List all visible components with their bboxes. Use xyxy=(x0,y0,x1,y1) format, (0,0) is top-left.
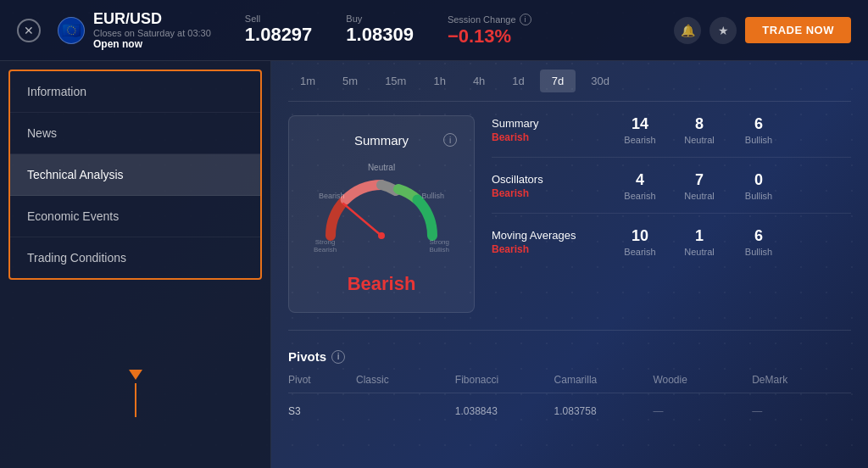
tab-5m[interactable]: 5m xyxy=(331,70,370,92)
session-change-block: Session Change i −0.13% xyxy=(448,14,531,47)
arrow-head-icon xyxy=(129,370,142,380)
gauge-label-strong-bullish: StrongBullish xyxy=(429,238,449,254)
stat-signal-moving-averages: Bearish xyxy=(492,243,610,255)
stats-row-oscillators: Oscillators Bearish 4 Bearish 7 Neutral xyxy=(492,171,851,214)
tab-15m[interactable]: 15m xyxy=(373,70,418,92)
gauge-label-bullish: Bullish xyxy=(421,192,444,200)
pivot-fibonacci-s3: 1.038843 xyxy=(455,405,554,417)
main-content: Information News Technical Analysis Econ… xyxy=(0,61,868,468)
tab-1m[interactable]: 1m xyxy=(288,70,327,92)
stat-category-oscillators: Oscillators Bearish xyxy=(492,173,610,199)
stat-value-bullish-ma: 6 Bullish xyxy=(729,227,788,257)
header: ✕ 🇪🇺 EUR/USD Closes on Saturday at 03:30… xyxy=(0,0,868,61)
stats-row-summary: Summary Bearish 14 Bearish 8 Neutral 6 xyxy=(492,115,851,158)
currency-name-block: EUR/USD Closes on Saturday at 03:30 Open… xyxy=(93,10,211,50)
stat-value-neutral-ma: 1 Neutral xyxy=(670,227,729,257)
gauge-title: Summary i xyxy=(306,133,457,148)
gauge-wrap: Neutral Bearish Bullish StrongBearish St… xyxy=(314,159,449,261)
stat-value-neutral-oscillators: 7 Neutral xyxy=(670,171,729,201)
sidebar-menu: Information News Technical Analysis Econ… xyxy=(8,70,262,280)
stat-name-oscillators: Oscillators xyxy=(492,173,610,186)
sell-price: 1.08297 xyxy=(245,24,313,46)
currency-info: 🇪🇺 EUR/USD Closes on Saturday at 03:30 O… xyxy=(58,10,211,50)
pivots-header: Pivots i xyxy=(288,349,851,364)
right-panel: 1m 5m 15m 1h 4h 1d 7d 30d Summary i xyxy=(271,61,868,468)
gauge-info-icon: i xyxy=(443,133,457,147)
pivots-section: Pivots i Pivot Classic Fibonacci Camaril… xyxy=(288,349,851,422)
currency-pair: EUR/USD xyxy=(93,10,211,28)
gauge-label-bearish: Bearish xyxy=(319,192,345,200)
stat-value-bullish-oscillators: 0 Bullish xyxy=(729,171,788,201)
pivot-woodie-s3: — xyxy=(653,405,752,417)
stat-value-bearish-oscillators: 4 Bearish xyxy=(610,171,670,201)
stat-name-summary: Summary xyxy=(492,117,610,130)
stats-row-moving-averages: Moving Averages Bearish 10 Bearish 1 Neu… xyxy=(492,227,851,269)
gauge-label-neutral: Neutral xyxy=(368,163,395,172)
session-label: Session Change i xyxy=(448,14,531,25)
stat-signal-summary: Bearish xyxy=(492,131,610,143)
tab-1h[interactable]: 1h xyxy=(421,70,457,92)
sell-block: Sell 1.08297 xyxy=(245,14,313,47)
stat-category-moving-averages: Moving Averages Bearish xyxy=(492,229,610,255)
timeframe-tabs: 1m 5m 15m 1h 4h 1d 7d 30d xyxy=(288,61,851,102)
sidebar-item-information[interactable]: Information xyxy=(10,71,260,113)
tab-7d[interactable]: 7d xyxy=(540,70,576,92)
sidebar-item-news[interactable]: News xyxy=(10,113,260,154)
notification-button[interactable]: 🔔 xyxy=(674,17,701,44)
stats-panel: Summary Bearish 14 Bearish 8 Neutral 6 xyxy=(492,115,851,313)
stat-value-bullish-summary: 6 Bullish xyxy=(729,115,788,145)
price-section: Sell 1.08297 Buy 1.08309 Session Change … xyxy=(245,14,531,47)
header-actions: 🔔 ★ TRADE NOW xyxy=(674,17,851,44)
pivot-label-s3: S3 xyxy=(288,405,356,417)
favorites-button[interactable]: ★ xyxy=(709,17,737,44)
market-status: Open now xyxy=(93,38,211,50)
pivot-camarilla-s3: 1.083758 xyxy=(554,405,654,417)
tab-4h[interactable]: 4h xyxy=(461,70,497,92)
sidebar-arrow xyxy=(129,371,142,417)
buy-label: Buy xyxy=(346,14,414,24)
session-info-icon: i xyxy=(520,14,531,25)
market-closes: Closes on Saturday at 03:30 xyxy=(93,28,211,38)
pivots-table-header: Pivot Classic Fibonacci Camarilla Woodie… xyxy=(288,374,851,393)
sell-label: Sell xyxy=(245,14,313,24)
svg-point-1 xyxy=(378,232,385,239)
pivot-classic-s3 xyxy=(356,405,455,417)
sidebar-item-trading-conditions[interactable]: Trading Conditions xyxy=(10,237,260,278)
stat-value-bearish-ma: 10 Bearish xyxy=(610,227,670,257)
tab-1d[interactable]: 1d xyxy=(500,70,536,92)
close-button[interactable]: ✕ xyxy=(17,19,41,42)
buy-block: Buy 1.08309 xyxy=(346,14,414,47)
gauge-card: Summary i xyxy=(288,115,475,313)
arrow-line xyxy=(135,383,136,417)
gauge-label-strong-bearish: StrongBearish xyxy=(314,238,337,254)
pivot-demark-s3: — xyxy=(752,405,851,417)
pivots-info-icon: i xyxy=(331,350,345,364)
stat-name-moving-averages: Moving Averages xyxy=(492,229,610,242)
stat-signal-oscillators: Bearish xyxy=(492,187,610,199)
stat-value-neutral-summary: 8 Neutral xyxy=(670,115,729,145)
sidebar-item-economic-events[interactable]: Economic Events xyxy=(10,196,260,237)
sidebar-item-technical-analysis[interactable]: Technical Analysis xyxy=(10,154,260,196)
gauge-svg xyxy=(314,159,449,244)
stat-value-bearish-summary: 14 Bearish xyxy=(610,115,670,145)
divider xyxy=(288,330,851,331)
session-value: −0.13% xyxy=(448,25,531,47)
svg-line-0 xyxy=(343,203,381,236)
trade-now-button[interactable]: TRADE NOW xyxy=(745,17,851,43)
pivots-table-row-s3: S3 1.038843 1.083758 — — xyxy=(288,400,851,422)
pivots-table: Pivot Classic Fibonacci Camarilla Woodie… xyxy=(288,374,851,422)
stat-category-summary: Summary Bearish xyxy=(492,117,610,143)
buy-price: 1.08309 xyxy=(346,24,414,46)
analysis-section: Summary i xyxy=(288,115,851,313)
tab-30d[interactable]: 30d xyxy=(579,70,621,92)
sidebar: Information News Technical Analysis Econ… xyxy=(0,61,271,468)
flag-icon: 🇪🇺 xyxy=(58,17,85,44)
gauge-result: Bearish xyxy=(348,273,416,295)
